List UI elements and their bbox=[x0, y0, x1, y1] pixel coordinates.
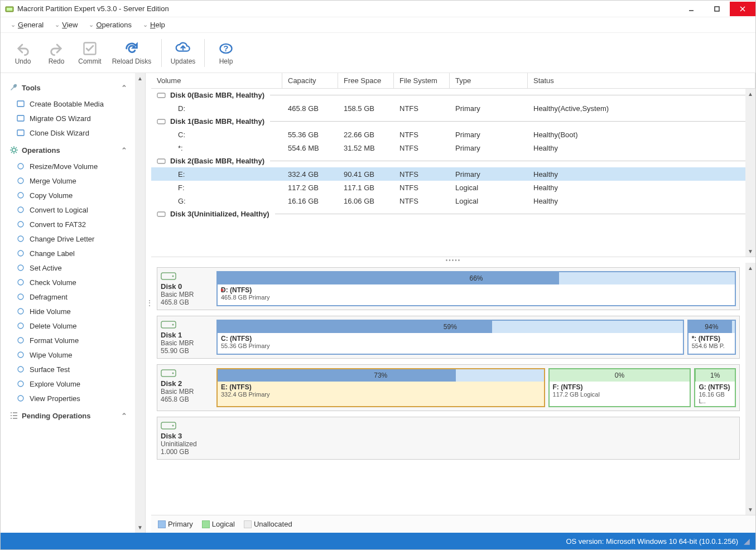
sidebar-section-tools[interactable]: Tools ⌃ bbox=[8, 78, 131, 97]
commit-button[interactable]: Commit bbox=[73, 36, 107, 70]
sidebar-item-wipe-volume[interactable]: Wipe Volume bbox=[8, 348, 131, 362]
col-type[interactable]: Type bbox=[450, 73, 528, 88]
svg-point-39 bbox=[172, 373, 174, 374]
sidebar-item-surface-test[interactable]: Surface Test bbox=[8, 362, 131, 377]
op-icon bbox=[16, 292, 25, 301]
sidebar-item-check-volume[interactable]: Check Volume bbox=[8, 275, 131, 290]
sidebar-item-change-drive-letter[interactable]: Change Drive Letter bbox=[8, 231, 131, 246]
col-volume[interactable]: Volume bbox=[151, 73, 282, 88]
sidebar-item-copy-volume[interactable]: Copy Volume bbox=[8, 188, 131, 202]
disk-icon bbox=[157, 211, 166, 218]
help-button[interactable]: ?Help bbox=[209, 36, 243, 70]
sidebar-item-merge-volume[interactable]: Merge Volume bbox=[8, 173, 131, 188]
svg-point-26 bbox=[18, 352, 23, 358]
svg-point-18 bbox=[18, 236, 23, 242]
disk-group[interactable]: Disk 3(Uninitialized, Healthy) bbox=[151, 208, 755, 220]
sidebar-item-hide-volume[interactable]: Hide Volume bbox=[8, 304, 131, 319]
menu-help[interactable]: ⌄Help bbox=[138, 18, 170, 31]
sidebar-item-format-volume[interactable]: Format Volume bbox=[8, 333, 131, 348]
close-button[interactable] bbox=[730, 2, 755, 16]
maximize-button[interactable] bbox=[704, 2, 730, 16]
volume-row[interactable]: G:16.16 GB16.06 GBNTFSLogicalHealthy bbox=[151, 194, 755, 208]
svg-point-20 bbox=[18, 265, 23, 271]
partition-block[interactable]: 66%▸D: (NTFS)465.8 GB Primary bbox=[216, 271, 736, 306]
hdd-icon bbox=[161, 271, 176, 281]
scroll-up-icon[interactable]: ▲ bbox=[137, 75, 143, 81]
sidebar-section-operations[interactable]: Operations ⌃ bbox=[8, 140, 131, 159]
flag-icon: ▸ bbox=[221, 286, 224, 293]
svg-point-22 bbox=[18, 294, 23, 300]
partition-block[interactable]: 59%C: (NTFS)55.36 GB Primary bbox=[216, 320, 684, 355]
gear-icon bbox=[9, 146, 18, 155]
sidebar-item-set-active[interactable]: Set Active bbox=[8, 260, 131, 275]
volume-row[interactable]: C:55.36 GB22.66 GBNTFSPrimaryHealthy(Boo… bbox=[151, 128, 755, 141]
sidebar-item-explore-volume[interactable]: Explore Volume bbox=[8, 377, 131, 391]
col-filesystem[interactable]: File System bbox=[394, 73, 450, 88]
resize-grip-icon[interactable]: ◢ bbox=[744, 537, 750, 546]
volume-row[interactable]: *:554.6 MB31.52 MBNTFSPrimaryHealthy bbox=[151, 141, 755, 155]
disk-group[interactable]: Disk 2(Basic MBR, Healthy) bbox=[151, 155, 755, 167]
col-free[interactable]: Free Space bbox=[338, 73, 394, 88]
hdd-icon bbox=[161, 421, 176, 431]
statusbar: OS version: Microsoft Windows 10 64-bit … bbox=[1, 533, 755, 549]
col-status[interactable]: Status bbox=[528, 73, 755, 88]
sidebar-item-delete-volume[interactable]: Delete Volume bbox=[8, 319, 131, 333]
horizontal-splitter[interactable]: ••••• bbox=[151, 257, 755, 263]
partition-block[interactable]: 94%*: (NTFS)554.6 MB P. bbox=[687, 320, 736, 355]
reload-disks-button[interactable]: Reload Disks bbox=[107, 36, 157, 70]
op-icon bbox=[16, 191, 25, 200]
titlebar: Macrorit Partition Expert v5.3.0 - Serve… bbox=[1, 1, 755, 17]
col-capacity[interactable]: Capacity bbox=[282, 73, 338, 88]
volume-row[interactable]: E:332.4 GB90.41 GBNTFSPrimaryHealthy bbox=[151, 167, 755, 181]
partition-block[interactable]: 73%E: (NTFS)332.4 GB Primary bbox=[216, 368, 545, 407]
window-title: Macrorit Partition Expert v5.3.0 - Serve… bbox=[17, 4, 678, 13]
updates-button[interactable]: Updates bbox=[166, 36, 200, 70]
legend-logical: Logical bbox=[202, 520, 235, 529]
sidebar-scrollbar[interactable]: ▲ ▼ bbox=[135, 73, 145, 533]
table-column-headers: Volume Capacity Free Space File System T… bbox=[151, 73, 755, 89]
svg-point-35 bbox=[172, 276, 174, 277]
op-icon bbox=[16, 205, 25, 214]
svg-point-21 bbox=[18, 279, 23, 285]
disk-group[interactable]: Disk 1(Basic MBR, Healthy) bbox=[151, 115, 755, 128]
sidebar-item-create-bootable-media[interactable]: Create Bootable Media bbox=[8, 97, 131, 111]
toolbar: Undo Redo Commit Reload Disks Updates ?H… bbox=[1, 33, 755, 73]
menu-operations[interactable]: ⌄Operations bbox=[84, 18, 136, 31]
op-icon bbox=[16, 379, 25, 388]
sidebar-item-convert-to-logical[interactable]: Convert to Logical bbox=[8, 202, 131, 217]
table-scrollbar[interactable]: ▲▼ bbox=[745, 89, 755, 257]
partition-block[interactable]: 0%F: (NTFS)117.2 GB Logical bbox=[548, 368, 691, 407]
redo-button[interactable]: Redo bbox=[40, 36, 73, 70]
sidebar-item-resize-move-volume[interactable]: Resize/Move Volume bbox=[8, 159, 131, 173]
legend: Primary Logical Unallocated bbox=[151, 515, 755, 533]
volume-row[interactable]: F:117.2 GB117.1 GBNTFSLogicalHealthy bbox=[151, 181, 755, 194]
sidebar-item-clone-disk-wizard[interactable]: Clone Disk Wizard bbox=[8, 126, 131, 140]
menu-view[interactable]: ⌄View bbox=[50, 18, 82, 31]
map-scrollbar[interactable]: ▲▼ bbox=[745, 263, 755, 515]
sidebar-item-change-label[interactable]: Change Label bbox=[8, 246, 131, 260]
clone-icon bbox=[16, 128, 25, 137]
svg-point-16 bbox=[18, 207, 23, 213]
vertical-splitter[interactable]: ⋮ bbox=[146, 73, 151, 533]
sidebar-item-migrate-os-wizard[interactable]: Migrate OS Wizard bbox=[8, 111, 131, 126]
svg-rect-30 bbox=[157, 93, 165, 98]
svg-rect-1 bbox=[7, 8, 12, 11]
sidebar-item-view-properties[interactable]: View Properties bbox=[8, 391, 131, 406]
legend-unallocated: Unallocated bbox=[244, 520, 292, 529]
sidebar-section-pending[interactable]: Pending Operations ⌃ bbox=[8, 406, 131, 424]
sidebar-item-defragment[interactable]: Defragment bbox=[8, 290, 131, 304]
op-icon bbox=[16, 336, 25, 345]
volume-row[interactable]: D:465.8 GB158.5 GBNTFSPrimaryHealthy(Act… bbox=[151, 102, 755, 115]
minimize-button[interactable] bbox=[678, 2, 704, 16]
undo-button[interactable]: Undo bbox=[6, 36, 40, 70]
scroll-down-icon[interactable]: ▼ bbox=[137, 524, 143, 530]
chevron-up-icon: ⌃ bbox=[121, 412, 127, 420]
op-icon bbox=[16, 307, 25, 316]
menu-general[interactable]: ⌄General bbox=[6, 18, 48, 31]
partition-block[interactable]: 1%G: (NTFS)16.16 GB L.. bbox=[694, 368, 736, 407]
sidebar-item-convert-to-fat32[interactable]: Convert to FAT32 bbox=[8, 217, 131, 231]
svg-text:?: ? bbox=[223, 43, 228, 52]
toolbar-separator bbox=[204, 39, 205, 67]
disk-group[interactable]: Disk 0(Basic MBR, Healthy) bbox=[151, 89, 755, 102]
disk-block: Disk 1Basic MBR55.90 GB59%C: (NTFS)55.36… bbox=[157, 316, 740, 359]
